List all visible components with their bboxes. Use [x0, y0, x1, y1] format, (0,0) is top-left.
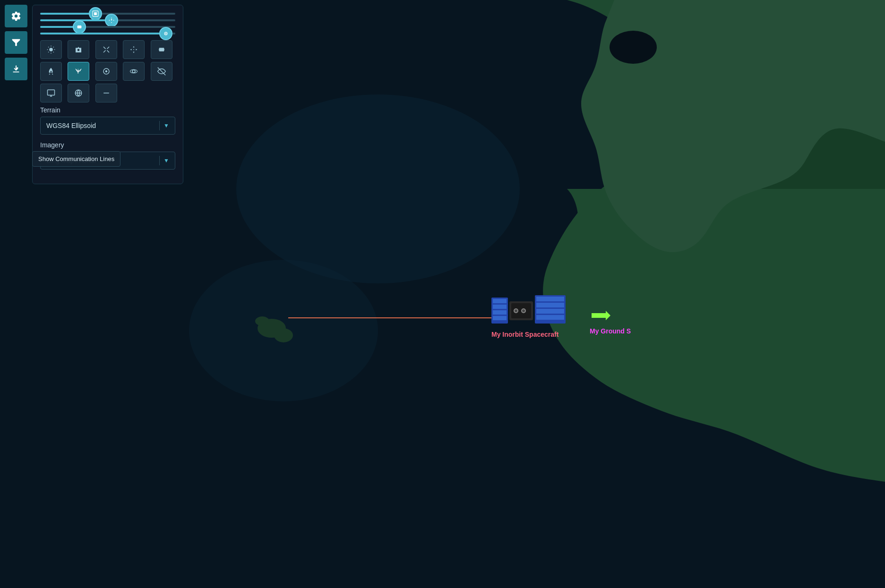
svg-line-40 — [107, 51, 109, 53]
imagery-arrow-icon: ▼ — [163, 157, 169, 164]
imagery-divider — [159, 156, 160, 165]
svg-rect-19 — [536, 297, 564, 301]
orbit-slider-row — [40, 33, 175, 34]
spacecraft — [491, 288, 567, 337]
orbit-fill — [40, 33, 164, 34]
orbit-thumb[interactable] — [159, 27, 172, 40]
terrain-dropdown[interactable]: WGS84 Ellipsoid ▼ — [40, 117, 175, 135]
label-slider-row — [40, 26, 175, 28]
orbit-btn[interactable] — [123, 62, 145, 81]
svg-rect-11 — [493, 316, 507, 320]
globe-btn[interactable] — [68, 84, 89, 102]
svg-point-1 — [236, 94, 520, 283]
move-btn[interactable] — [123, 40, 145, 59]
rocket-btn[interactable] — [40, 62, 62, 81]
svg-line-36 — [53, 47, 54, 47]
svg-rect-46 — [48, 90, 55, 95]
svg-rect-21 — [536, 309, 564, 314]
svg-point-43 — [132, 70, 135, 73]
terrain-divider — [159, 121, 160, 130]
minus-btn[interactable] — [95, 84, 117, 102]
svg-line-35 — [48, 52, 49, 52]
circle-btn[interactable] — [95, 62, 117, 81]
hide-btn[interactable] — [151, 62, 172, 81]
satellite-size-thumb[interactable] — [89, 7, 102, 20]
svg-point-15 — [515, 309, 517, 312]
svg-rect-51 — [103, 93, 109, 94]
terrain-arrow-icon: ▼ — [163, 122, 169, 129]
svg-line-39 — [103, 51, 106, 53]
svg-rect-8 — [493, 299, 507, 303]
svg-point-27 — [165, 33, 166, 34]
imagery-label: Imagery — [40, 141, 175, 149]
svg-rect-25 — [94, 12, 97, 15]
antenna-btn[interactable] — [68, 62, 89, 81]
svg-marker-23 — [592, 311, 610, 320]
svg-point-28 — [49, 48, 53, 51]
move-slider-row — [40, 19, 175, 21]
label-thumb[interactable] — [73, 20, 86, 34]
ground-station-arrow — [592, 311, 610, 322]
terrain-section: Terrain WGS84 Ellipsoid ▼ — [40, 106, 175, 135]
download-button[interactable] — [5, 58, 27, 80]
svg-point-42 — [105, 71, 107, 72]
svg-rect-9 — [493, 305, 507, 309]
svg-point-5 — [255, 316, 269, 326]
svg-line-31 — [48, 47, 49, 47]
svg-rect-10 — [493, 310, 507, 315]
svg-line-32 — [53, 52, 54, 52]
move-thumb[interactable] — [105, 14, 118, 27]
svg-rect-22 — [536, 315, 564, 320]
orbit-track[interactable] — [40, 33, 175, 34]
sidebar — [0, 0, 32, 588]
label-track[interactable] — [40, 26, 175, 28]
svg-line-38 — [107, 47, 109, 49]
sun-btn[interactable] — [40, 40, 62, 59]
svg-rect-20 — [536, 303, 564, 307]
camera-btn[interactable] — [68, 40, 89, 59]
comm-lines-tooltip: Show Communication Lines — [32, 151, 120, 167]
svg-point-4 — [274, 328, 293, 342]
screen-btn[interactable] — [40, 84, 62, 102]
svg-line-37 — [103, 47, 106, 49]
crosshair-btn[interactable] — [95, 40, 117, 59]
tag-btn[interactable] — [151, 40, 172, 59]
svg-point-17 — [522, 309, 525, 312]
filter-button[interactable] — [5, 31, 27, 54]
terrain-value: WGS84 Ellipsoid — [46, 122, 96, 129]
comm-line — [288, 317, 506, 318]
move-track[interactable] — [40, 19, 175, 21]
svg-point-6 — [610, 31, 657, 64]
ground-label: My Ground S — [590, 327, 631, 335]
icon-grid — [40, 40, 175, 102]
satellite-size-fill — [40, 13, 94, 15]
terrain-label: Terrain — [40, 106, 175, 114]
spacecraft-label: My Inorbit Spacecraft — [491, 331, 558, 338]
settings-button[interactable] — [5, 5, 27, 27]
